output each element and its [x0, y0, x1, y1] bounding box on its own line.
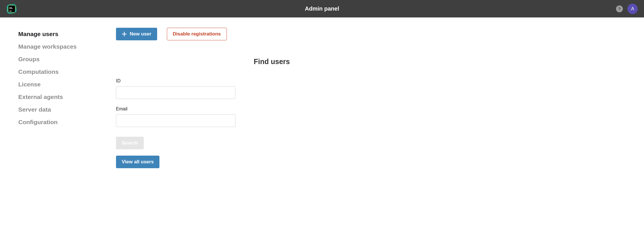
sidebar-item-groups[interactable]: Groups: [18, 53, 111, 66]
sidebar-item-server-data[interactable]: Server data: [18, 103, 111, 116]
id-label: ID: [116, 78, 235, 84]
disable-registrations-label: Disable registrations: [173, 31, 221, 37]
view-all-users-button[interactable]: View all users: [116, 156, 159, 168]
page-title: Admin panel: [305, 5, 339, 12]
sidebar-item-license[interactable]: License: [18, 78, 111, 91]
svg-text:DL: DL: [9, 6, 13, 9]
sidebar-item-manage-workspaces[interactable]: Manage workspaces: [18, 40, 111, 53]
help-icon[interactable]: ?: [616, 5, 623, 12]
find-users-heading: Find users: [254, 57, 644, 66]
email-label: Email: [116, 106, 235, 112]
new-user-button[interactable]: New user: [116, 28, 157, 40]
search-button-label: Search: [122, 140, 138, 146]
find-users-form: ID Email Search View all users: [116, 78, 235, 168]
search-button[interactable]: Search: [116, 137, 144, 149]
header: DL Admin panel ? A: [0, 0, 644, 17]
svg-rect-2: [9, 11, 12, 11]
sidebar-item-manage-users[interactable]: Manage users: [18, 28, 111, 40]
avatar[interactable]: A: [627, 4, 638, 14]
new-user-label: New user: [130, 31, 151, 37]
datalore-logo-icon: DL: [6, 3, 17, 14]
sidebar-item-computations[interactable]: Computations: [18, 66, 111, 78]
plus-icon: [122, 31, 127, 37]
sidebar-item-configuration[interactable]: Configuration: [18, 116, 111, 128]
id-input[interactable]: [116, 86, 235, 99]
disable-registrations-button[interactable]: Disable registrations: [167, 28, 227, 40]
email-input[interactable]: [116, 114, 235, 127]
app-logo[interactable]: DL: [6, 3, 17, 14]
sidebar-item-external-agents[interactable]: External agents: [18, 91, 111, 103]
sidebar: Manage users Manage workspaces Groups Co…: [0, 28, 111, 168]
view-all-users-label: View all users: [122, 159, 154, 165]
main-content: New user Disable registrations Find user…: [111, 28, 644, 168]
